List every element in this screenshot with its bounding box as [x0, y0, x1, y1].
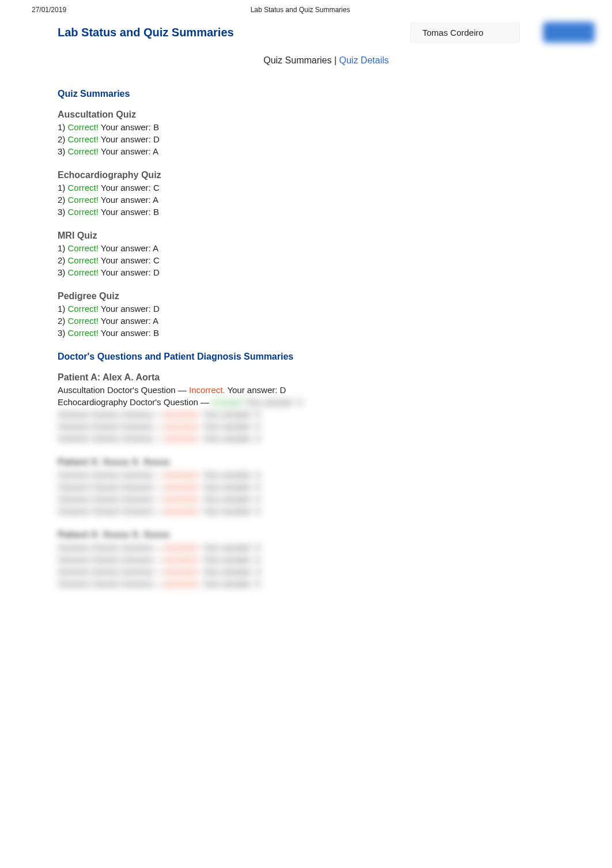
user-name-field[interactable]: Tomas Cordeiro: [410, 22, 520, 43]
status-correct: Correct!: [68, 316, 99, 326]
quiz-result-line: 3) Correct! Your answer: A: [58, 145, 595, 157]
answer-text: Your answer: B: [99, 122, 159, 132]
question-number: 1): [58, 304, 68, 314]
diagnosis-line: Xxxxxxx Xxxxxx Xxxxxxx — Incorrect. Your…: [58, 565, 595, 578]
question-number: 3): [58, 207, 68, 217]
question-number: 1): [58, 183, 68, 193]
patient-block: Patient X: Xxxxx X. XxxxxXxxxxxx Xxxxxx …: [58, 530, 595, 590]
diagnosis-line: Xxxxxxx Xxxxxx Xxxxxxx — Incorrect. Your…: [58, 493, 595, 505]
diagnosis-line: Xxxxxxx Xxxxxx Xxxxxxx — Incorrect. Your…: [58, 408, 595, 420]
answer-text: Your answer: D: [99, 304, 160, 314]
answer-text: Your answer: A: [99, 243, 158, 253]
header-spacer: [534, 6, 580, 14]
answer-text: Your answer: D: [99, 134, 160, 144]
diagnosis-line: Xxxxxxx Xxxxxx Xxxxxxx — Incorrect. Your…: [58, 432, 595, 444]
status-correct: Correct!: [68, 183, 99, 193]
diagnosis-line: Xxxxxxx Xxxxxx Xxxxxxx — Incorrect. Your…: [58, 469, 595, 481]
diagnosis-line: Auscultation Doctor's Question — Incorre…: [58, 384, 595, 396]
page-title: Lab Status and Quiz Summaries: [58, 26, 234, 39]
status-correct: Correct!: [68, 134, 99, 144]
diagnosis-line: Xxxxxxx Xxxxxx Xxxxxxx — Incorrect. Your…: [58, 578, 595, 590]
quiz-result-line: 2) Correct! Your answer: A: [58, 315, 595, 327]
quiz-result-line: 1) Correct! Your answer: A: [58, 242, 595, 254]
browser-header: 27/01/2019 Lab Status and Quiz Summaries: [0, 0, 612, 16]
quiz-block: Pedigree Quiz1) Correct! Your answer: D2…: [58, 291, 595, 339]
diagnosis-line: Xxxxxxx Xxxxxx Xxxxxxx — Incorrect. Your…: [58, 505, 595, 517]
answer-text: Your answer: B: [99, 328, 159, 338]
tab-separator: |: [331, 55, 339, 65]
status-correct: Correct!: [68, 255, 99, 265]
question-number: 1): [58, 122, 68, 132]
status-correct: Correct!: [68, 243, 99, 253]
status-correct: Correct!: [68, 328, 99, 338]
patient-block: Patient X: Xxxxx X. XxxxxXxxxxxx Xxxxxx …: [58, 457, 595, 517]
quiz-title: Auscultation Quiz: [58, 110, 595, 120]
question-number: 3): [58, 267, 68, 277]
status-correct: Correct!: [68, 122, 99, 132]
quizzes-container: Auscultation Quiz1) Correct! Your answer…: [58, 110, 595, 339]
diagnosis-line: Xxxxxxx Xxxxxx Xxxxxxx — Incorrect. Your…: [58, 541, 595, 553]
question-number: 3): [58, 146, 68, 156]
answer-text: Your answer: C: [99, 183, 160, 193]
doc-title: Lab Status and Quiz Summaries: [251, 6, 350, 14]
patient-block: Patient A: Alex A. AortaAuscultation Doc…: [58, 372, 595, 444]
status-correct: Correct!: [68, 146, 99, 156]
main-content: Lab Status and Quiz Summaries Tomas Cord…: [0, 16, 612, 620]
answer-text: Your answer: A: [99, 146, 158, 156]
patient-title: Patient A: Alex A. Aorta: [58, 372, 595, 383]
quiz-result-line: 1) Correct! Your answer: B: [58, 121, 595, 133]
tab-row: Quiz Summaries | Quiz Details: [58, 55, 595, 66]
quiz-block: Auscultation Quiz1) Correct! Your answer…: [58, 110, 595, 157]
question-number: 2): [58, 134, 68, 144]
section-quiz-summaries-title: Quiz Summaries: [58, 89, 595, 99]
quiz-block: Echocardiography Quiz1) Correct! Your an…: [58, 170, 595, 218]
quiz-result-line: 1) Correct! Your answer: D: [58, 303, 595, 315]
answer-text: Your answer: D: [99, 267, 160, 277]
answer-text: Your answer: B: [99, 207, 159, 217]
tab-quiz-summaries[interactable]: Quiz Summaries: [263, 55, 331, 65]
diagnosis-line: Xxxxxxx Xxxxxx Xxxxxxx — Incorrect. Your…: [58, 420, 595, 432]
status-correct: Correct!: [68, 267, 99, 277]
quiz-result-line: 1) Correct! Your answer: C: [58, 182, 595, 194]
diagnosis-line: Echocardiography Doctor's Question — Cor…: [58, 396, 595, 408]
question-number: 2): [58, 255, 68, 265]
quiz-result-line: 2) Correct! Your answer: A: [58, 194, 595, 206]
tab-quiz-details[interactable]: Quiz Details: [339, 55, 389, 65]
quiz-title: Pedigree Quiz: [58, 291, 595, 301]
question-number: 2): [58, 316, 68, 326]
quiz-title: Echocardiography Quiz: [58, 170, 595, 180]
question-label: Echocardiography Doctor's Question —: [58, 397, 211, 407]
blurred-content: Correct! Your answer: X: [211, 397, 303, 407]
diagnosis-line: Xxxxxxx Xxxxxx Xxxxxxx — Incorrect. Your…: [58, 553, 595, 565]
question-number: 2): [58, 195, 68, 205]
quiz-block: MRI Quiz1) Correct! Your answer: A2) Cor…: [58, 231, 595, 278]
quiz-result-line: 3) Correct! Your answer: B: [58, 327, 595, 339]
answer-text: Your answer: A: [99, 316, 158, 326]
status-correct: Correct!: [68, 304, 99, 314]
question-number: 1): [58, 243, 68, 253]
header-row: Lab Status and Quiz Summaries Tomas Cord…: [58, 22, 595, 43]
quiz-result-line: 2) Correct! Your answer: C: [58, 254, 595, 266]
patients-container: Patient A: Alex A. AortaAuscultation Doc…: [58, 372, 595, 590]
status-text: Incorrect.: [189, 385, 225, 395]
quiz-result-line: 3) Correct! Your answer: B: [58, 206, 595, 218]
print-date: 27/01/2019: [32, 6, 66, 14]
answer-text: Your answer: C: [99, 255, 160, 265]
patient-title: Patient X: Xxxxx X. Xxxxx: [58, 457, 595, 467]
patient-title: Patient X: Xxxxx X. Xxxxx: [58, 530, 595, 540]
question-number: 3): [58, 328, 68, 338]
section-diagnosis-title: Doctor's Questions and Patient Diagnosis…: [58, 352, 595, 362]
status-correct: Correct!: [68, 207, 99, 217]
diagnosis-line: Xxxxxxx Xxxxxx Xxxxxxx — Incorrect. Your…: [58, 481, 595, 493]
status-correct: Correct!: [68, 195, 99, 205]
quiz-result-line: 2) Correct! Your answer: D: [58, 133, 595, 145]
question-label: Auscultation Doctor's Question —: [58, 385, 189, 395]
action-button-blurred[interactable]: [543, 22, 595, 43]
answer-text: Your answer: A: [99, 195, 158, 205]
quiz-result-line: 3) Correct! Your answer: D: [58, 266, 595, 278]
quiz-title: MRI Quiz: [58, 231, 595, 241]
answer-text: Your answer: D: [225, 385, 286, 395]
